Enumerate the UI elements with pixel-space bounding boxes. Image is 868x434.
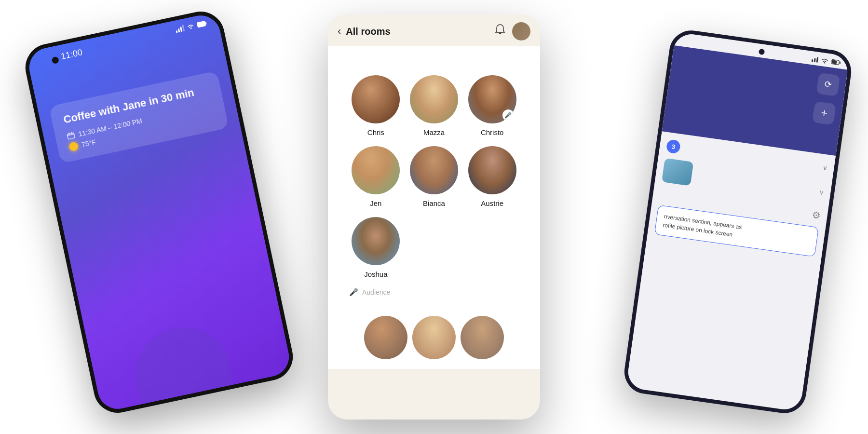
thumbnail-image[interactable]: [662, 158, 693, 186]
name-joshua: Joshua: [364, 270, 387, 278]
chevron-down-icon-2[interactable]: ∨: [818, 188, 824, 196]
calendar-icon: [67, 132, 76, 140]
bell-icon[interactable]: [495, 24, 505, 39]
svg-point-0: [190, 27, 192, 29]
contact-mazza[interactable]: Mazza: [410, 75, 458, 136]
phone-left-body: 11:00 Coffee with Jane in 30 min 11:30 A…: [21, 7, 298, 417]
svg-rect-9: [832, 60, 837, 64]
all-rooms-header: ‹ All rooms: [328, 14, 540, 46]
add-icon: +: [820, 107, 828, 120]
signal-icon: [175, 25, 185, 33]
avatar-bottom-3[interactable]: [461, 316, 504, 359]
svg-rect-5: [68, 133, 70, 135]
signal-icon-right: [812, 56, 818, 63]
avatar-bottom-2[interactable]: [412, 316, 456, 359]
audience-label: Audience: [362, 288, 390, 296]
right-bottom-section: 3 ∨ ∨ ⚙ nversation section, appears a: [626, 131, 836, 408]
add-button[interactable]: +: [812, 101, 836, 125]
name-chris: Chris: [367, 128, 384, 136]
battery-icon-right: [831, 59, 841, 66]
avatar-christo: 🎤: [468, 75, 516, 123]
svg-line-4: [68, 134, 74, 136]
chevron-down-icon[interactable]: ∨: [822, 163, 827, 172]
contacts-grid: Chris Mazza 🎤: [339, 61, 529, 311]
name-bianca: Bianca: [423, 199, 445, 207]
battery-icon: [197, 20, 207, 28]
contact-jen[interactable]: Jen: [352, 146, 400, 207]
name-mazza: Mazza: [423, 128, 445, 136]
avatar-austrie: [468, 146, 516, 194]
svg-rect-10: [840, 62, 841, 64]
phone-right-content: ⟳ + 3 ∨: [626, 45, 848, 408]
right-action-icons: ⟳ +: [812, 72, 840, 125]
phone-center: ‹ All rooms: [328, 14, 540, 420]
contact-chris[interactable]: Chris: [352, 75, 400, 136]
svg-point-7: [824, 62, 825, 64]
phone-center-body: ‹ All rooms: [328, 14, 540, 420]
user-avatar-header[interactable]: [512, 22, 530, 41]
sun-icon: [68, 141, 79, 151]
wifi-icon-right: [821, 57, 829, 64]
bell-svg: [495, 24, 505, 36]
svg-rect-6: [71, 132, 72, 134]
bottom-contacts-row: [339, 311, 529, 359]
notification-card: Coffee with Jane in 30 min 11:30 AM – 12…: [49, 71, 229, 163]
avatar-jen: [352, 146, 400, 194]
header-right: [495, 22, 530, 41]
contact-christo[interactable]: 🎤 Christo: [468, 75, 516, 136]
phone-left: 11:00 Coffee with Jane in 30 min 11:30 A…: [21, 7, 298, 417]
avatar-mazza: [410, 75, 458, 123]
header-left: ‹ All rooms: [338, 25, 391, 38]
wifi-icon: [186, 23, 195, 30]
contacts-grid-container[interactable]: Chris Mazza 🎤: [328, 46, 540, 369]
count-badge: 3: [666, 139, 681, 154]
audience-section: 🎤 Audience: [349, 288, 390, 297]
avatar-bianca: [410, 146, 458, 194]
avatar-image: [512, 22, 530, 41]
rotate-button[interactable]: ⟳: [816, 72, 841, 96]
contact-bianca[interactable]: Bianca: [410, 146, 458, 207]
avatar-joshua: [352, 217, 400, 265]
phone-left-screen: 11:00 Coffee with Jane in 30 min 11:30 A…: [26, 12, 293, 412]
name-austrie: Austrie: [481, 199, 503, 207]
avatar-bottom-1[interactable]: [364, 316, 407, 359]
contact-joshua[interactable]: Joshua: [352, 217, 400, 278]
svg-rect-1: [197, 21, 206, 27]
gear-icon[interactable]: ⚙: [811, 209, 821, 221]
name-christo: Christo: [481, 128, 504, 136]
weather-text: 75°F: [81, 138, 96, 149]
mic-off-icon: 🎤: [504, 112, 512, 119]
header-title: All rooms: [346, 26, 390, 37]
scene: 11:00 Coffee with Jane in 30 min 11:30 A…: [0, 0, 868, 434]
audience-mic-icon: 🎤: [349, 288, 358, 297]
svg-rect-3: [67, 133, 75, 139]
phone-right: ⟳ + 3 ∨: [622, 27, 854, 416]
contact-austrie[interactable]: Austrie: [468, 146, 516, 207]
avatar-chris: [352, 75, 400, 123]
phone-right-body: ⟳ + 3 ∨: [622, 27, 854, 416]
rotate-icon: ⟳: [824, 79, 832, 90]
mic-off-badge: 🎤: [502, 109, 514, 121]
back-button[interactable]: ‹: [338, 25, 341, 38]
name-jen: Jen: [370, 199, 381, 207]
